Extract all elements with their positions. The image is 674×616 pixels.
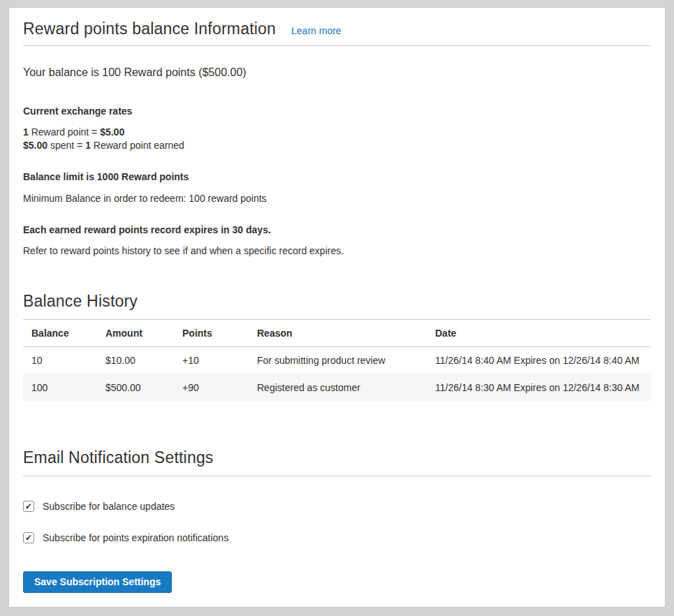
subscribe-balance-updates-option: ✓ Subscribe for balance updates <box>23 501 651 512</box>
balance-history-table: Balance Amount Points Reason Date 10 $10… <box>23 320 651 401</box>
rate1-points: 1 <box>23 126 29 138</box>
column-header-date: Date <box>427 320 651 346</box>
exchange-rates-heading: Current exchange rates <box>23 105 651 117</box>
balance-summary: Your balance is 100 Reward points ($500.… <box>23 65 651 80</box>
rate2-amount: $5.00 <box>23 140 47 151</box>
column-header-points: Points <box>174 320 249 346</box>
cell-amount: $500.00 <box>97 374 174 401</box>
rate2-points: 1 <box>85 140 91 151</box>
cell-balance: 100 <box>23 374 97 401</box>
balance-history-title: Balance History <box>23 291 651 320</box>
page-header: Reward points balance Information Learn … <box>23 19 651 46</box>
subscribe-points-expiration-option: ✓ Subscribe for points expiration notifi… <box>23 532 651 543</box>
exchange-rates: 1 Reward point = $5.00 $5.00 spent = 1 R… <box>23 126 651 152</box>
points-expiration-label[interactable]: Subscribe for points expiration notifica… <box>43 532 228 543</box>
check-icon: ✓ <box>25 502 32 511</box>
exchange-rate-line-2: $5.00 spent = 1 Reward point earned <box>23 139 651 152</box>
exchange-rate-line-1: 1 Reward point = $5.00 <box>23 126 651 139</box>
reward-points-panel: Reward points balance Information Learn … <box>8 7 666 608</box>
points-expiration-checkbox[interactable]: ✓ <box>23 532 34 543</box>
cell-reason: Registered as customer <box>249 374 427 401</box>
table-header-row: Balance Amount Points Reason Date <box>23 320 651 346</box>
column-header-amount: Amount <box>97 320 174 346</box>
balance-limit-note: Balance limit is 1000 Reward points <box>23 170 651 183</box>
expiration-note: Refer to reward points history to see if… <box>23 244 651 257</box>
minimum-balance-note: Minimum Balance in order to redeem: 100 … <box>23 192 651 205</box>
table-row: 100 $500.00 +90 Registered as customer 1… <box>23 374 651 401</box>
cell-balance: 10 <box>23 346 97 374</box>
save-subscription-settings-button[interactable]: Save Subscription Settings <box>23 571 172 593</box>
rate1-middle: Reward point = <box>29 126 100 138</box>
expiration-heading: Each earned reward points record expires… <box>23 223 651 236</box>
page-title: Reward points balance Information <box>23 19 276 38</box>
check-icon: ✓ <box>25 534 32 542</box>
balance-updates-checkbox[interactable]: ✓ <box>23 501 34 512</box>
cell-points: +10 <box>174 346 249 374</box>
rate1-amount: $5.00 <box>100 126 124 138</box>
cell-date: 11/26/14 8:30 AM Expires on 12/26/14 8:3… <box>427 374 651 401</box>
email-notification-settings-title: Email Notification Settings <box>23 448 651 476</box>
learn-more-link[interactable]: Learn more <box>291 25 342 36</box>
cell-amount: $10.00 <box>97 346 174 374</box>
rate2-middle: spent = <box>47 140 85 151</box>
rate2-tail: Reward point earned <box>91 140 184 151</box>
cell-reason: For submitting product review <box>249 346 427 374</box>
column-header-reason: Reason <box>249 320 427 346</box>
cell-date: 11/26/14 8:40 AM Expires on 12/26/14 8:4… <box>427 346 651 374</box>
table-row: 10 $10.00 +10 For submitting product rev… <box>23 346 651 374</box>
column-header-balance: Balance <box>23 320 97 346</box>
balance-updates-label[interactable]: Subscribe for balance updates <box>43 501 175 512</box>
cell-points: +90 <box>174 374 249 401</box>
